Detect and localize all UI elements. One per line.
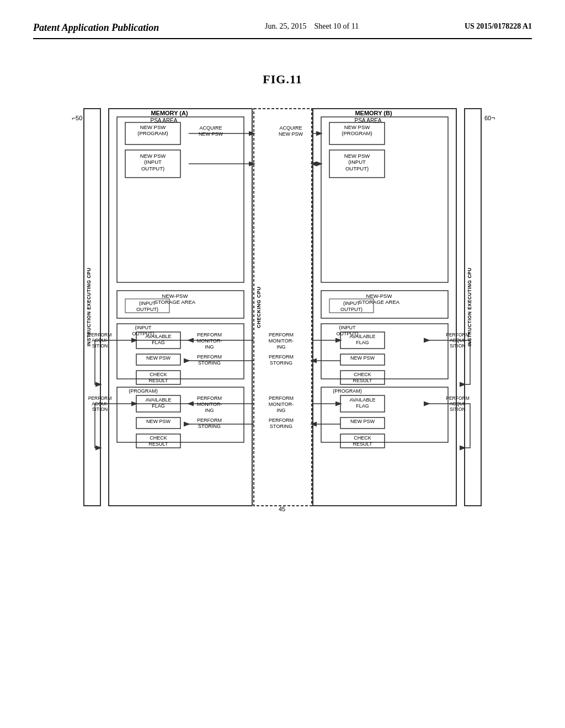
new-psw-io-b: NEW PSW(INPUTOUTPUT) xyxy=(331,153,383,172)
page: Patent Application Publication Jun. 25, … xyxy=(0,0,565,728)
new-psw-prog-a: NEW PSW(PROGRAM) xyxy=(126,124,179,137)
perform-storing-a2: PERFORMSTORING xyxy=(191,417,227,430)
check-result-b1: CHECKRESULT xyxy=(342,372,383,384)
header-date: Jun. 25, 2015 xyxy=(265,22,306,30)
header-patent-number: US 2015/0178228 A1 xyxy=(465,22,532,31)
new-psw-io-a: NEW PSW(INPUTOUTPUT) xyxy=(126,153,179,172)
section-prog-b2: (PROGRAM) xyxy=(324,388,371,394)
header-publication-label: Patent Application Publication xyxy=(33,22,159,34)
acquire-new-psw-a: ACQUIRENEW PSW xyxy=(191,125,230,137)
header-sheet: Sheet 10 of 11 xyxy=(314,22,359,30)
perform-storing-b1: PERFORMSTORING xyxy=(263,354,299,366)
new-psw-b1: NEW PSW xyxy=(342,355,383,361)
available-flag-a1: AVAILABLEFLAG xyxy=(137,334,179,346)
section-prog-a2: (PROGRAM) xyxy=(120,388,167,394)
available-flag-a2: AVAILABLEFLAG xyxy=(137,397,179,409)
svg-rect-4 xyxy=(321,117,448,282)
perform-monitoring-a2: PERFORMMONITOR-ING xyxy=(191,395,227,413)
ref-50: ⌐50 xyxy=(72,114,82,122)
header: Patent Application Publication Jun. 25, … xyxy=(33,22,532,39)
perform-monitoring-a1: PERFORMMONITOR-ING xyxy=(191,332,227,350)
new-psw-b2: NEW PSW xyxy=(342,419,383,425)
available-flag-b2: AVAILABLEFLAG xyxy=(342,397,383,409)
new-psw-a1: NEW PSW xyxy=(137,355,179,361)
new-psw-a2: NEW PSW xyxy=(137,419,179,425)
ref-45: 45 xyxy=(279,506,285,512)
check-result-b2: CHECKRESULT xyxy=(342,435,383,447)
arrows-svg xyxy=(56,103,509,544)
perform-monitoring-b1: PERFORMMONITOR-ING xyxy=(263,332,299,350)
check-result-a1: CHECKRESULT xyxy=(137,372,179,384)
perform-monitoring-b2: PERFORMMONITOR-ING xyxy=(263,395,299,413)
io-label-storage-a: (INPUTOUTPUT) xyxy=(126,301,168,313)
io-label-storage-b: (INPUTOUTPUT) xyxy=(331,301,372,313)
svg-rect-10 xyxy=(321,387,448,442)
svg-rect-2 xyxy=(254,109,312,506)
memory-a-label: MEMORY (A) xyxy=(136,110,202,117)
ref-60: 60¬ xyxy=(484,114,495,122)
acquire-new-psw-b: ACQUIRENEW PSW xyxy=(271,125,310,137)
new-psw-prog-b: NEW PSW(PROGRAM) xyxy=(331,124,383,137)
available-flag-b1: AVAILABLEFLAG xyxy=(342,334,383,346)
check-result-a2: CHECKRESULT xyxy=(137,435,179,447)
perform-storing-a1: PERFORMSTORING xyxy=(191,354,227,366)
perform-storing-b2: PERFORMSTORING xyxy=(263,417,299,430)
instruction-cpu-left: INSTRUCTION EXECUTING CPU xyxy=(86,120,92,495)
header-date-sheet: Jun. 25, 2015 Sheet 10 of 11 xyxy=(265,22,359,31)
diagram-container: MEMORY (A) MEMORY (B) PSA AREA PSA AREA … xyxy=(33,103,532,544)
psa-area-b: PSA AREA xyxy=(340,117,396,124)
diagram: MEMORY (A) MEMORY (B) PSA AREA PSA AREA … xyxy=(56,103,509,544)
checking-cpu-label: CHECKING CPU xyxy=(256,131,262,484)
psa-area-a: PSA AREA xyxy=(136,117,191,124)
figure-title: FIG.11 xyxy=(33,72,532,87)
instruction-cpu-right: INSTRUCTION EXECUTING CPU xyxy=(467,120,472,495)
memory-b-label: MEMORY (B) xyxy=(340,110,407,117)
svg-rect-3 xyxy=(117,117,244,282)
